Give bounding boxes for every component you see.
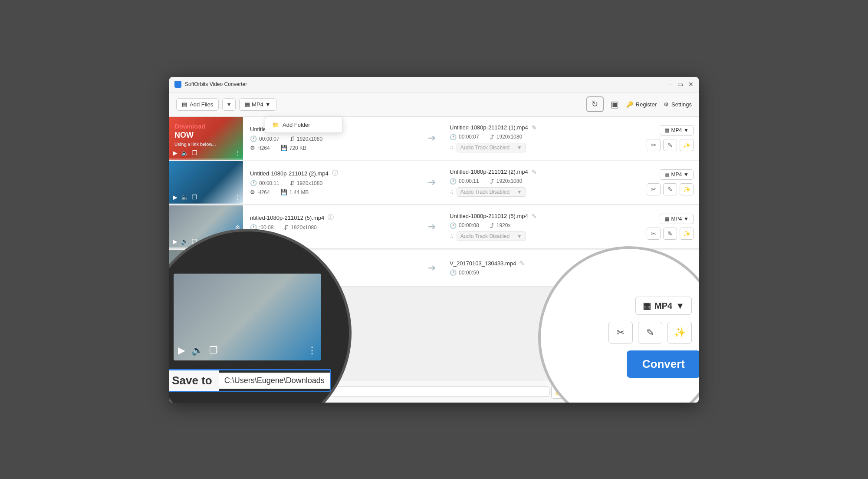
toolbar-right: 🔑 Register ⚙ Settings xyxy=(626,101,692,108)
add-files-icon: ▤ xyxy=(182,101,187,108)
arrow-col: ➔ xyxy=(421,117,443,160)
info-icon[interactable]: ⓘ xyxy=(332,169,338,177)
scissors-button[interactable]: ✂ xyxy=(647,228,661,240)
check-icon: ▣ xyxy=(611,99,619,109)
magic-button[interactable]: ✨ xyxy=(680,139,694,151)
file-thumbnail: Download NOW Using a link below... ▶ 🔈 ❐… xyxy=(169,117,243,160)
format-grid-icon: ▦ xyxy=(664,127,669,133)
magnify-format-badge[interactable]: ▦ MP4 ▼ xyxy=(635,297,692,315)
register-button[interactable]: 🔑 Register xyxy=(626,101,657,108)
progress-bar xyxy=(169,159,243,160)
edit-icon[interactable]: ✎ xyxy=(532,168,537,175)
format-chevron-icon: ▼ xyxy=(684,216,689,222)
minimize-button[interactable]: – xyxy=(669,81,672,87)
audio-track-select[interactable]: Audio Track Disabled ▼ xyxy=(457,231,526,241)
output-filename: Untitled-1080p-211012 (2).mp4 xyxy=(450,168,528,175)
output-filename: Untitled-1080p-211012 (1).mp4 xyxy=(450,124,528,131)
magnify-save-label: Save to xyxy=(169,370,219,391)
play-button[interactable]: ▶ xyxy=(173,149,178,156)
scissors-button[interactable]: ✂ xyxy=(647,139,661,151)
file-meta-row: 🕐00:00:11 ⇵1920x1080 xyxy=(250,180,414,186)
audio-track-row: ♫ Audio Track Disabled ▼ xyxy=(450,187,614,197)
output-name-row: Untitled-1080p-211012 (5).mp4 ✎ xyxy=(450,213,614,220)
more-button[interactable]: ⋮ xyxy=(234,194,240,201)
magnify-convert-button[interactable]: Convert xyxy=(627,350,699,378)
magic-button[interactable]: ✨ xyxy=(680,228,694,240)
magnify-fullscreen-button[interactable]: ❐ xyxy=(209,345,218,356)
settings-button[interactable]: ⚙ Settings xyxy=(664,101,692,108)
volume-button[interactable]: 🔈 xyxy=(181,149,188,156)
output-name-row: Untitled-1080p-211012 (1).mp4 ✎ xyxy=(450,124,614,131)
fullscreen-button[interactable]: ❐ xyxy=(192,194,197,201)
add-files-button[interactable]: ▤ Add Files xyxy=(176,98,219,111)
play-button[interactable]: ▶ xyxy=(173,194,178,201)
app-logo xyxy=(174,81,181,88)
edit-icon[interactable]: ✎ xyxy=(532,124,537,131)
file-info-right: Untitled-1080p-211012 (2).mp4 ✎ 🕐00:00:1… xyxy=(443,161,621,204)
volume-button[interactable]: 🔈 xyxy=(181,194,188,201)
magnify-edit-button[interactable]: ✎ xyxy=(638,322,662,344)
format-chevron-icon: ▼ xyxy=(265,101,271,108)
fullscreen-button[interactable]: ❐ xyxy=(192,149,197,156)
scissors-button[interactable]: ✂ xyxy=(647,183,661,195)
output-action-btns: ✂ ✎ ✨ xyxy=(647,183,694,195)
output-filename: Untitled-1080p-211012 (5).mp4 xyxy=(450,213,528,219)
output-filename: V_20170103_130433.mp4 xyxy=(450,260,516,267)
magnify-play-button[interactable]: ▶ xyxy=(178,345,185,356)
magnify-magic-button[interactable]: ✨ xyxy=(667,322,692,344)
file-item: Download NOW Using a link below... ▶ 🔈 ❐… xyxy=(169,117,699,160)
more-button[interactable]: ⋮ xyxy=(234,149,240,156)
magnify-volume-button[interactable]: 🔈 xyxy=(191,345,203,356)
add-folder-dropdown: 📁 Add Folder xyxy=(265,117,343,133)
audio-track-select[interactable]: Audio Track Disabled ▼ xyxy=(457,187,526,197)
edit-button[interactable]: ✎ xyxy=(663,183,677,195)
add-folder-item[interactable]: 📁 Add Folder xyxy=(265,117,342,132)
volume-button[interactable]: 🔈 xyxy=(181,238,188,245)
arrow-col: ➔ xyxy=(421,161,443,204)
magnify-scissors-button[interactable]: ✂ xyxy=(608,322,633,344)
file-thumbnail: ▶ 🔈 ❐ ⋮ xyxy=(169,161,243,204)
file-meta-row-2: ⚙H264 💾720 KB xyxy=(250,145,414,151)
rotate-icon: ↻ xyxy=(592,99,598,109)
edit-button[interactable]: ✎ xyxy=(663,139,677,151)
output-meta-row: 🕐00:00:08 ⇵1920x xyxy=(450,222,614,229)
output-action-btns: ✂ ✎ ✨ xyxy=(647,228,694,240)
play-button[interactable]: ▶ xyxy=(173,238,178,245)
magnify-video-thumb: ▶ 🔈 ❐ ⋮ xyxy=(174,274,321,360)
output-meta-row: 🕐00:00:07 ⇵1920x1080 xyxy=(450,134,614,140)
output-format-badge[interactable]: ▦ MP4 ▼ xyxy=(660,214,694,224)
format-grid-icon: ▦ xyxy=(245,101,250,108)
edit-button[interactable]: ✎ xyxy=(663,228,677,240)
folder-icon: 📁 xyxy=(272,122,279,128)
format-chevron-icon: ▼ xyxy=(684,172,689,178)
add-files-label: Add Files xyxy=(190,101,213,108)
magic-button[interactable]: ✨ xyxy=(680,183,694,195)
format-grid-icon: ▦ xyxy=(664,216,669,222)
arrow-col: ➔ xyxy=(421,205,443,248)
maximize-button[interactable]: ▭ xyxy=(677,81,683,87)
toolbar: ▤ Add Files ▼ ▦ MP4 ▼ ↻ ▣ 🔑 Register ⚙ S… xyxy=(169,92,699,117)
edit-icon[interactable]: ✎ xyxy=(519,260,525,267)
output-format-badge[interactable]: ▦ MP4 ▼ xyxy=(660,169,694,180)
edit-icon[interactable]: ✎ xyxy=(532,213,537,220)
format-selector[interactable]: ▦ MP4 ▼ xyxy=(239,98,276,111)
check-button[interactable]: ▣ xyxy=(607,96,623,112)
window-controls: – ▭ ✕ xyxy=(669,81,694,87)
key-icon: 🔑 xyxy=(626,101,633,108)
format-chevron-icon: ▼ xyxy=(676,301,684,311)
close-button[interactable]: ✕ xyxy=(688,81,694,87)
magnify-more-button[interactable]: ⋮ xyxy=(307,345,317,356)
output-name-row: Untitled-1080p-211012 (2).mp4 ✎ xyxy=(450,168,614,175)
format-label: MP4 xyxy=(252,101,263,108)
audio-track-select[interactable]: Audio Track Disabled ▼ xyxy=(457,143,526,152)
gear-icon: ⚙ xyxy=(664,101,669,108)
file-info-right: Untitled-1080p-211012 (5).mp4 ✎ 🕐00:00:0… xyxy=(443,205,621,248)
output-format-badge[interactable]: ▦ MP4 ▼ xyxy=(660,125,694,135)
add-dropdown-button[interactable]: ▼ xyxy=(222,98,236,111)
audio-track-row: ♫ Audio Track Disabled ▼ xyxy=(450,231,614,241)
rotate-button[interactable]: ↻ xyxy=(586,96,604,112)
magnify-save-path[interactable]: C:\Users\Eugene\Downloads xyxy=(219,373,330,389)
input-filename: ntitled-1080p-211012 (5).mp4 xyxy=(250,215,324,221)
info-icon[interactable]: ⓘ xyxy=(328,214,334,221)
format-grid-icon: ▦ xyxy=(664,172,669,178)
